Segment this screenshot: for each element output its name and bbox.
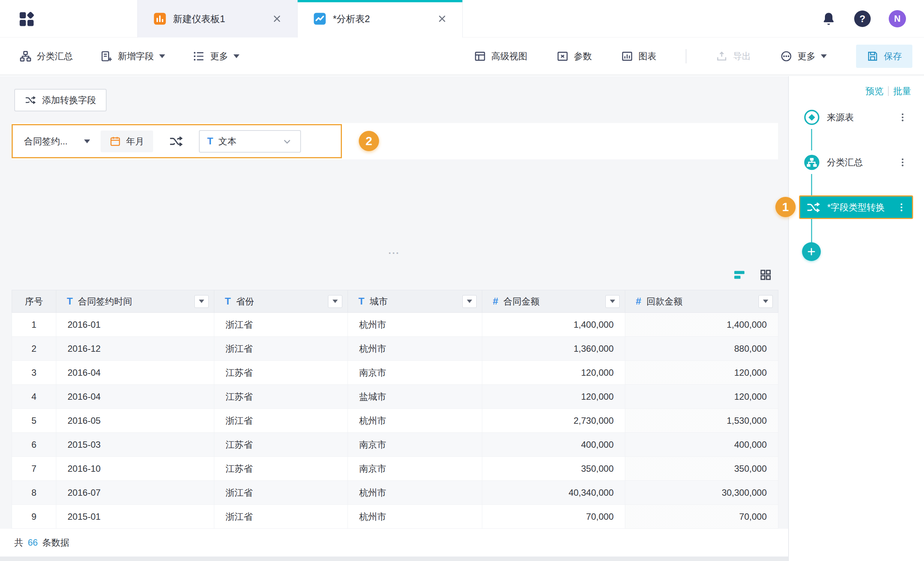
list-view-toggle-icon[interactable] (731, 267, 748, 283)
preview-link[interactable]: 预览 (861, 85, 888, 97)
pipeline-node-field-type-transform[interactable]: *字段类型转换 (799, 195, 913, 219)
node-source-label: 来源表 (827, 111, 854, 123)
sitemap-icon (20, 50, 32, 62)
export-icon (716, 50, 728, 62)
column-filter-button[interactable] (194, 295, 209, 308)
advanced-view-button[interactable]: 高级视图 (474, 50, 527, 62)
table-header-row: 序号 T 合同签约时间 T 省份 (12, 290, 778, 313)
notification-bell-icon[interactable] (821, 11, 836, 26)
field-select-value: 合同签约... (24, 135, 68, 147)
column-header-province: T 省份 (214, 290, 348, 313)
field-select[interactable]: 合同签约... (20, 130, 95, 152)
save-label: 保存 (884, 50, 902, 62)
more-right-button[interactable]: 更多 (780, 50, 827, 62)
text-type-icon: T (207, 135, 213, 147)
text-type-icon: T (225, 296, 231, 307)
export-label: 导出 (733, 50, 751, 62)
analysis-icon (313, 12, 327, 26)
table-row: 2 2016-12 浙江省 杭州市 1,360,000 880,000 (12, 337, 778, 361)
more-right-label: 更多 (798, 50, 816, 62)
target-type-select[interactable]: T 文本 (199, 130, 301, 153)
batch-link[interactable]: 批量 (889, 85, 916, 97)
chart-button[interactable]: 图表 (621, 50, 656, 62)
chevron-down-icon (159, 54, 165, 58)
help-icon[interactable]: ? (854, 10, 871, 27)
row-count-value: 66 (28, 537, 38, 548)
pipeline-panel: 预览 批量 来源表 分类汇总 *字段类型转换 1 (788, 76, 924, 561)
result-view-toggles (731, 267, 774, 283)
analysis-toolbar: 分类汇总 新增字段 更多 高级视图 参数 (0, 38, 924, 75)
row-count-prefix: 共 (14, 537, 23, 549)
analysis-canvas: 添加转换字段 合同签约... 年月 T 文本 (0, 76, 788, 561)
table-footer: 共 66 条数据 (0, 529, 788, 556)
save-button[interactable]: 保存 (856, 45, 912, 68)
user-avatar[interactable]: N (889, 10, 906, 27)
add-node-button[interactable] (802, 242, 821, 261)
annotation-step-1: 1 (775, 197, 796, 217)
column-filter-button[interactable] (462, 295, 477, 308)
shuffle-icon (806, 200, 820, 214)
params-icon (557, 50, 569, 62)
node-transform-label: *字段类型转换 (827, 201, 885, 213)
chevron-down-icon (84, 140, 90, 143)
toolbar-right-group: 高级视图 参数 图表 导出 更多 (474, 38, 912, 75)
target-type-value: 文本 (218, 135, 236, 147)
close-icon[interactable] (272, 14, 282, 24)
chevron-down-icon (233, 54, 239, 58)
list-icon (193, 50, 205, 62)
column-filter-button[interactable] (758, 295, 773, 308)
shuffle-icon (25, 94, 36, 106)
group-summary-button[interactable]: 分类汇总 (20, 50, 73, 62)
app-logo-icon[interactable] (18, 10, 35, 28)
add-transform-field-button[interactable]: 添加转换字段 (14, 89, 107, 111)
column-header-payment-amount: # 回款金额 (625, 290, 778, 313)
source-table-icon (804, 109, 820, 126)
horizontal-scrollbar-track[interactable] (0, 556, 788, 561)
number-type-icon: # (636, 296, 641, 307)
tab-dashboard-label: 新建仪表板1 (173, 13, 225, 25)
export-button[interactable]: 导出 (716, 50, 751, 62)
tab-analysis[interactable]: *分析表2 (298, 0, 463, 38)
shuffle-icon (169, 134, 183, 148)
kebab-menu-icon[interactable] (896, 202, 907, 213)
add-field-button[interactable]: 新增字段 (101, 50, 165, 62)
kebab-menu-icon[interactable] (897, 157, 908, 168)
group-summary-label: 分类汇总 (37, 50, 73, 62)
text-type-icon: T (358, 296, 364, 307)
workbook-tabs: 新建仪表板1 *分析表2 (137, 0, 463, 38)
table-row: 8 2016-07 浙江省 杭州市 40,340,000 30,300,000 (12, 481, 778, 505)
result-table: 序号 T 合同签约时间 T 省份 (12, 290, 778, 529)
pipeline-node-group-summary[interactable]: 分类汇总 (799, 150, 913, 174)
table-row: 4 2016-04 江苏省 盐城市 120,000 120,000 (12, 385, 778, 409)
table-row: 9 2015-01 浙江省 杭州市 70,000 70,000 (12, 505, 778, 529)
column-filter-button[interactable] (328, 295, 342, 308)
add-transform-field-label: 添加转换字段 (42, 94, 96, 106)
header-actions: ? N (821, 0, 906, 38)
more-left-button[interactable]: 更多 (193, 50, 239, 62)
pipeline-connector-line (811, 117, 812, 252)
save-icon (867, 50, 879, 62)
transform-config-highlight: 合同签约... 年月 T 文本 (12, 124, 342, 158)
bar-chart-icon (621, 50, 633, 62)
params-button[interactable]: 参数 (557, 50, 592, 62)
table-row: 1 2016-01 浙江省 杭州市 1,400,000 1,400,000 (12, 313, 778, 337)
source-type-label: 年月 (126, 135, 144, 147)
row-count-suffix: 条数据 (42, 537, 69, 549)
transform-row: 合同签约... 年月 T 文本 2 (12, 123, 778, 159)
pipeline-node-source-table[interactable]: 来源表 (799, 105, 913, 129)
annotation-step-2: 2 (359, 131, 379, 151)
source-type-tag: 年月 (101, 130, 153, 152)
tab-analysis-label: *分析表2 (333, 13, 370, 25)
text-type-icon: T (67, 296, 73, 307)
add-field-icon (101, 50, 113, 62)
collapse-handle[interactable]: ... (0, 245, 788, 256)
grid-view-toggle-icon[interactable] (757, 267, 774, 283)
close-icon[interactable] (437, 14, 447, 24)
top-header: 新建仪表板1 *分析表2 ? N (0, 0, 924, 38)
chevron-down-icon (821, 54, 827, 58)
toolbar-divider (686, 49, 686, 63)
kebab-menu-icon[interactable] (897, 112, 908, 123)
column-filter-button[interactable] (605, 295, 620, 308)
tab-dashboard[interactable]: 新建仪表板1 (137, 0, 298, 38)
column-header-city: T 城市 (348, 290, 482, 313)
